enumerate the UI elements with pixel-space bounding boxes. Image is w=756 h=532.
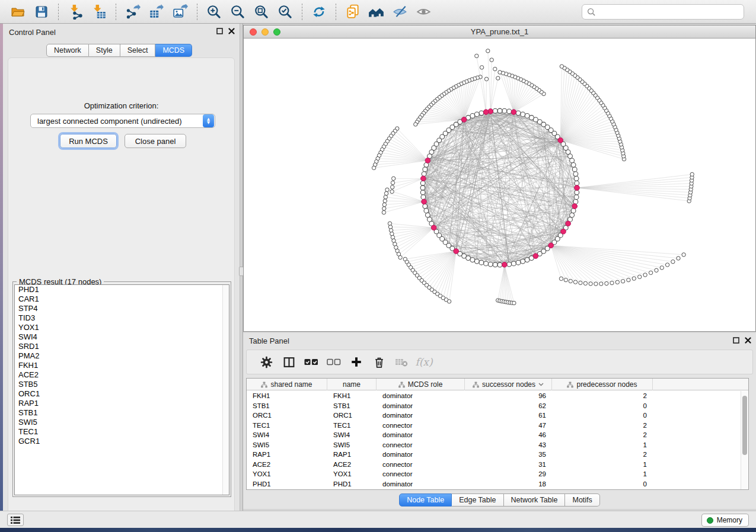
leaf-node[interactable] [382,203,386,206]
table-row[interactable]: YOX1YOX1connector291 [247,469,748,479]
tab-network[interactable]: Network [46,44,89,57]
graph-node[interactable] [575,181,579,185]
graph-node[interactable] [570,158,575,163]
graph-node[interactable] [516,260,521,265]
leaf-node[interactable] [480,66,483,69]
network-window-titlebar[interactable]: YPA_prune.txt_1 [244,25,755,39]
leaf-node[interactable] [665,263,669,267]
leaf-node[interactable] [583,281,587,285]
leaf-node[interactable] [559,277,563,280]
graph-node[interactable] [570,213,575,217]
graph-node[interactable] [516,111,521,116]
table-row[interactable]: RAP1RAP1dominator352 [247,450,748,460]
leaf-node[interactable] [569,279,572,283]
graph-node[interactable] [573,200,578,204]
leaf-node[interactable] [391,185,394,189]
graph-node[interactable] [488,262,493,267]
list-item[interactable]: STB1 [15,408,229,418]
graph-node[interactable] [571,209,576,213]
leaf-node[interactable] [594,282,598,286]
zoom-out-icon[interactable] [226,2,250,21]
list-item[interactable]: RAP1 [15,399,229,408]
leaf-node[interactable] [390,190,394,193]
leaf-node[interactable] [632,277,636,280]
list-item[interactable]: CAR1 [15,294,229,304]
network-canvas[interactable] [244,39,755,331]
search-input[interactable] [599,8,739,17]
leaf-node[interactable] [671,260,675,264]
graph-node[interactable] [525,114,529,118]
list-item[interactable]: PHD1 [15,285,229,294]
graph-node[interactable] [479,111,484,116]
select-all-rows-icon[interactable] [300,352,323,371]
list-item[interactable]: ORC1 [15,389,229,399]
tab-network-table[interactable]: Network Table [504,493,566,507]
leaf-node[interactable] [385,188,389,191]
column-header-shared-name[interactable]: shared name [247,379,327,390]
mcds-node[interactable] [502,262,508,268]
mcds-node[interactable] [566,221,571,226]
close-panel-icon[interactable] [228,28,235,34]
leaf-node[interactable] [677,257,680,260]
mcds-node[interactable] [511,110,516,115]
table-settings-gear-icon[interactable] [255,352,277,371]
graph-node[interactable] [493,108,497,113]
tab-select[interactable]: Select [120,44,156,57]
mcds-node[interactable] [483,110,489,115]
list-item[interactable]: PMA2 [15,351,229,361]
close-panel-button[interactable]: Close panel [125,134,186,148]
leaf-node[interactable] [560,65,563,68]
mcds-node[interactable] [561,229,566,235]
search-field[interactable] [582,4,744,20]
import-table-icon[interactable] [87,2,111,21]
graph-node[interactable] [420,181,425,185]
leaf-node[interactable] [564,278,567,281]
duplicate-network-icon[interactable] [341,2,365,21]
graph-node[interactable] [479,260,484,265]
mcds-node[interactable] [421,176,426,181]
leaf-node[interactable] [388,225,392,229]
tab-style[interactable]: Style [89,44,120,57]
run-mcds-button[interactable]: Run MCDS [60,134,117,148]
leaf-node[interactable] [498,70,502,74]
list-item[interactable]: GCR1 [15,437,229,446]
table-row[interactable]: SWI4SWI4dominator462 [247,430,748,440]
list-item[interactable]: ACE2 [15,370,229,380]
graph-node[interactable] [497,108,502,113]
leaf-node[interactable] [589,282,592,286]
mcds-node[interactable] [461,117,467,123]
zoom-fit-icon[interactable] [250,2,273,21]
leaf-node[interactable] [615,280,619,284]
graph-node[interactable] [421,195,426,200]
leaf-node[interactable] [383,199,387,203]
table-row[interactable]: SWI5SWI5connector431 [247,440,748,450]
mcds-node[interactable] [425,158,430,164]
delete-column-icon[interactable] [368,352,390,371]
refresh-icon[interactable] [307,2,331,21]
mcds-node[interactable] [488,109,493,114]
network-graph[interactable] [244,39,755,331]
graph-node[interactable] [466,256,471,261]
list-item[interactable]: YOX1 [15,323,229,332]
graph-node[interactable] [474,112,479,117]
leaf-node[interactable] [414,123,417,126]
mcds-node[interactable] [572,204,578,209]
list-item[interactable]: SRD1 [15,342,229,351]
criterion-dropdown[interactable]: largest connected component (undirected)… [30,114,215,128]
float-table-panel-icon[interactable] [733,337,739,344]
graph-node[interactable] [420,190,425,195]
leaf-node[interactable] [573,280,577,284]
deselect-all-rows-icon[interactable] [323,352,345,371]
leaf-node[interactable] [690,172,694,176]
leaf-node[interactable] [493,67,497,70]
import-network-icon[interactable] [63,2,87,21]
leaf-node[interactable] [649,271,652,274]
list-scrollbar[interactable] [222,285,229,495]
export-image-icon[interactable] [168,2,192,21]
leaf-node[interactable] [486,49,490,53]
graph-node[interactable] [525,258,529,262]
leaf-node[interactable] [382,207,386,210]
mcds-node[interactable] [575,185,580,191]
leaf-node[interactable] [660,266,664,270]
float-panel-icon[interactable] [216,28,223,34]
